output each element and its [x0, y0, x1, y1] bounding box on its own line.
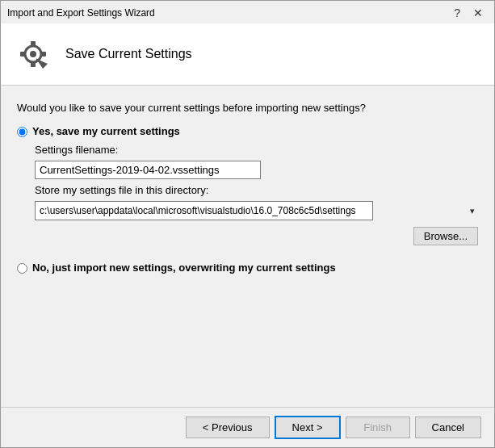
content-area: Would you like to save your current sett…: [1, 86, 494, 407]
option2-label[interactable]: No, just import new settings, overwritin…: [32, 262, 336, 274]
wizard-icon: [14, 35, 52, 73]
title-bar: Import and Export Settings Wizard ? ✕: [1, 1, 494, 23]
dialog: Import and Export Settings Wizard ? ✕: [0, 0, 495, 448]
header-area: Save Current Settings: [1, 23, 494, 86]
help-button[interactable]: ?: [449, 6, 465, 20]
directory-row: c:\users\user\appdata\local\microsoft\vi…: [35, 201, 478, 220]
footer-area: < Previous Next > Finish Cancel: [1, 407, 494, 447]
radio-group: Yes, save my current settings Settings f…: [17, 125, 478, 274]
previous-button[interactable]: < Previous: [186, 417, 270, 438]
cancel-button[interactable]: Cancel: [415, 417, 481, 438]
close-button[interactable]: ✕: [468, 6, 488, 20]
next-button[interactable]: Next >: [275, 416, 341, 439]
option1-sub-content: Settings filename: Store my settings fil…: [35, 144, 478, 245]
option2-radio-row: No, just import new settings, overwritin…: [17, 262, 478, 274]
option1-radio-row: Yes, save my current settings: [17, 125, 478, 137]
question-text: Would you like to save your current sett…: [17, 102, 478, 114]
svg-rect-5: [41, 52, 46, 57]
filename-input[interactable]: [35, 161, 261, 179]
browse-button[interactable]: Browse...: [413, 227, 478, 245]
dialog-title: Import and Export Settings Wizard: [7, 7, 155, 19]
option1-label[interactable]: Yes, save my current settings: [32, 125, 180, 137]
svg-rect-3: [31, 62, 36, 67]
directory-select[interactable]: c:\users\user\appdata\local\microsoft\vi…: [35, 201, 373, 220]
directory-select-wrapper: c:\users\user\appdata\local\microsoft\vi…: [35, 201, 478, 220]
svg-rect-2: [31, 41, 36, 46]
option1-radio[interactable]: [17, 127, 27, 137]
filename-label: Settings filename:: [35, 144, 478, 156]
title-bar-controls: ? ✕: [449, 6, 488, 20]
directory-label: Store my settings file in this directory…: [35, 184, 478, 196]
title-bar-left: Import and Export Settings Wizard: [7, 7, 155, 19]
header-title: Save Current Settings: [65, 47, 192, 61]
svg-rect-4: [20, 52, 25, 57]
svg-point-1: [30, 51, 36, 57]
finish-button[interactable]: Finish: [346, 417, 410, 438]
option2-radio[interactable]: [17, 263, 27, 274]
option1-container: Yes, save my current settings Settings f…: [17, 125, 478, 245]
